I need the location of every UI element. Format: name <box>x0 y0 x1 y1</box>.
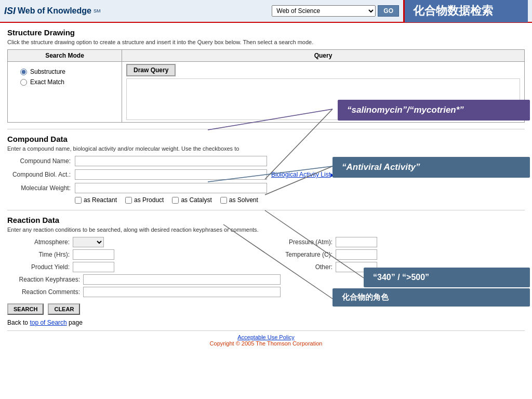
product-yield-label: Product Yield: <box>7 263 70 271</box>
product-checkbox-item[interactable]: as Product <box>125 196 164 204</box>
compound-title: Compound Data <box>7 135 525 143</box>
molecular-weight-label: Molecular Weight: <box>7 184 75 192</box>
solvent-label: as Solvent <box>229 196 258 204</box>
reaction-title: Reaction Data <box>7 216 525 224</box>
back-text2: page <box>69 319 83 326</box>
substructure-radio[interactable] <box>20 69 27 75</box>
catalyst-checkbox-item[interactable]: as Catalyst <box>172 196 211 204</box>
policy-link[interactable]: Acceptable Use Policy <box>237 334 294 340</box>
keyphrases-row: Reaction Keyphrases: <box>7 274 525 285</box>
go-button[interactable]: GO <box>378 5 399 17</box>
reaction-grid: Atmosphere: Pressure (Atm): Time (Hrs): … <box>7 237 525 272</box>
other-row: Other: <box>270 262 525 272</box>
pressure-label: Pressure (Atm): <box>270 238 332 246</box>
title-banner: 化合物数据检索 <box>403 0 528 22</box>
search-mode-cell: Substructure Exact Match <box>8 62 122 123</box>
radio-exact-match[interactable]: Exact Match <box>20 78 117 86</box>
product-yield-row: Product Yield: <box>7 262 262 272</box>
search-button[interactable]: SEARCH <box>7 303 44 315</box>
catalyst-label: as Catalyst <box>181 196 211 204</box>
product-label: as Product <box>134 196 164 204</box>
solvent-checkbox-item[interactable]: as Solvent <box>220 196 258 204</box>
clear-button[interactable]: CLEAR <box>48 303 80 315</box>
structure-title: Structure Drawing <box>7 28 525 37</box>
reactant-checkbox-item[interactable]: as Reactant <box>75 196 117 204</box>
compound-biol-label: Compound Biol. Act.: <box>7 171 75 178</box>
reactant-label: as Reactant <box>84 196 117 204</box>
logo-web: Web <box>18 6 35 16</box>
exact-match-label: Exact Match <box>30 78 64 86</box>
button-row: SEARCH CLEAR <box>7 303 525 315</box>
keyphrases-label: Reaction Keyphrases: <box>7 276 80 283</box>
compound-desc: Enter a compound name, biological activi… <box>7 145 525 152</box>
bio-link-icon: ▶ <box>330 172 335 178</box>
top-of-search-link[interactable]: top of Search <box>30 319 66 326</box>
compound-section: Compound Data Enter a compound name, bio… <box>7 129 525 204</box>
exact-match-radio[interactable] <box>20 79 27 86</box>
radio-substructure[interactable]: Substructure <box>20 68 117 75</box>
time-row: Time (Hrs): <box>7 249 262 260</box>
compound-name-row: Compound Name: <box>7 156 525 166</box>
back-link-area: Back to top of Search page <box>7 319 525 326</box>
back-text: Back to <box>7 319 28 326</box>
pressure-row: Pressure (Atm): <box>270 237 525 247</box>
compound-name-input[interactable] <box>75 156 267 166</box>
header: ISI Web of Knowledge SM Web of Science G… <box>0 0 532 23</box>
product-yield-input[interactable] <box>73 262 114 272</box>
other-label: Other: <box>270 263 332 271</box>
radio-group: Substructure Exact Match <box>12 64 117 93</box>
keyphrases-input[interactable] <box>83 274 281 285</box>
catalyst-checkbox[interactable] <box>172 197 179 204</box>
structure-desc: Click the structure drawing option to cr… <box>7 39 525 45</box>
logo-isi: ISI <box>4 6 16 17</box>
temperature-input[interactable] <box>336 249 377 260</box>
molecular-weight-input[interactable] <box>75 183 267 193</box>
comments-row: Reaction Comments: <box>7 287 525 297</box>
logo-area: ISI Web of Knowledge SM <box>4 6 100 17</box>
query-header: Query <box>122 50 525 62</box>
copyright: Copyright © 2005 The Thomson Corporation <box>210 340 323 347</box>
comments-label: Reaction Comments: <box>7 288 80 296</box>
logo-knowledge: Knowledge <box>47 6 91 16</box>
checkbox-row: as Reactant as Product as Catalyst as So… <box>75 196 525 204</box>
temperature-row: Temperature (C): <box>270 249 525 260</box>
database-select[interactable]: Web of Science <box>272 5 376 17</box>
logo-sm: SM <box>94 8 101 14</box>
comments-input[interactable] <box>83 287 281 297</box>
solvent-checkbox[interactable] <box>220 197 227 204</box>
time-label: Time (Hrs): <box>7 251 70 258</box>
reaction-desc: Enter any reaction conditions to be sear… <box>7 227 525 233</box>
draw-query-button[interactable]: Draw Query <box>126 64 176 76</box>
atmosphere-select[interactable] <box>73 237 104 247</box>
reactant-checkbox[interactable] <box>75 197 82 204</box>
query-cell: Draw Query <box>122 62 525 123</box>
main-content: Structure Drawing Click the structure dr… <box>0 23 532 352</box>
temperature-label: Temperature (C): <box>270 251 332 258</box>
pressure-input[interactable] <box>336 237 377 247</box>
query-box <box>126 78 520 120</box>
structure-section: Structure Drawing Click the structure dr… <box>7 28 525 123</box>
atmosphere-row: Atmosphere: <box>7 237 262 247</box>
molecular-weight-row: Molecular Weight: <box>7 183 525 193</box>
time-input[interactable] <box>73 249 114 260</box>
compound-biol-row: Compound Biol. Act.: Biological Activity… <box>7 169 525 180</box>
structure-table: Search Mode Query Substructure <box>7 49 525 123</box>
biological-activity-link[interactable]: Biological Activity List <box>271 171 330 178</box>
logo-of: of <box>37 6 45 16</box>
atmosphere-label: Atmosphere: <box>7 238 70 246</box>
compound-name-label: Compound Name: <box>7 157 75 165</box>
compound-biol-input[interactable] <box>75 169 267 180</box>
header-select-area: Web of Science GO <box>272 5 399 17</box>
product-checkbox[interactable] <box>125 197 132 204</box>
substructure-label: Substructure <box>30 68 65 75</box>
reaction-section: Reaction Data Enter any reaction conditi… <box>7 210 525 297</box>
footer: Acceptable Use Policy Copyright © 2005 T… <box>7 330 525 347</box>
other-input[interactable] <box>336 262 377 272</box>
search-mode-header: Search Mode <box>8 50 122 62</box>
